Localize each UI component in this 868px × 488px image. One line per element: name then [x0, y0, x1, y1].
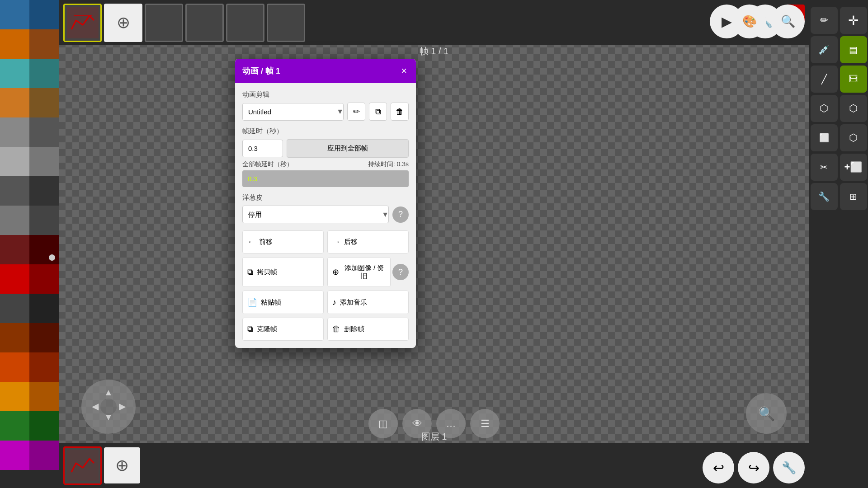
add-music-icon: ♪ [332, 298, 336, 307]
svg-text:◀: ◀ [92, 401, 99, 411]
redo-button[interactable]: ↪ [738, 452, 769, 483]
bottom-wrench-button[interactable]: 🔧 [773, 452, 805, 483]
left-palette [0, 0, 59, 488]
color-swatch[interactable] [29, 117, 59, 147]
modal-title: 动画 / 帧 1 [242, 66, 280, 76]
color-swatch[interactable] [0, 206, 29, 235]
color-swatch[interactable] [29, 382, 59, 411]
color-swatch[interactable] [29, 411, 59, 441]
palette-button[interactable]: 🎨 [732, 5, 766, 38]
clip-edit-button[interactable]: ✏ [347, 103, 365, 121]
move-tool[interactable]: ✛ [840, 7, 867, 34]
copy-frame-label: 拷贝帧 [257, 268, 277, 277]
color-swatch[interactable] [29, 59, 59, 88]
frame-thumb-empty[interactable] [226, 4, 264, 42]
grid-tool[interactable]: ⊞ [840, 183, 867, 210]
bottom-add-frame-button[interactable]: ⊕ [104, 447, 140, 483]
color-swatch[interactable] [29, 88, 59, 117]
svg-point-7 [100, 399, 117, 415]
clone-frame-button[interactable]: ⧉ 克隆帧 [242, 318, 324, 341]
frame-delay-input[interactable] [242, 140, 283, 157]
color-swatch[interactable] [29, 235, 59, 264]
image-add-tool[interactable]: +⬜ [840, 154, 867, 181]
frame-thumb-empty[interactable] [145, 4, 183, 42]
menu-button[interactable]: ☰ [470, 409, 500, 438]
clone-frame-label: 克隆帧 [257, 325, 277, 333]
layers-toggle-button[interactable]: ◫ [368, 409, 398, 438]
color-swatch[interactable] [29, 323, 59, 352]
copy-frame-button[interactable]: ⧉ 拷贝帧 [242, 257, 324, 287]
bottom-toolbar: ⊕ [59, 443, 809, 488]
top-right-extra: 🎨 🔍 [732, 5, 805, 38]
modal-close-button[interactable]: × [399, 65, 409, 77]
total-delay-input[interactable] [242, 170, 409, 187]
undo-button[interactable]: ↩ [703, 452, 734, 483]
apply-all-button[interactable]: 应用到全部帧 [287, 139, 409, 158]
color-swatch[interactable] [0, 88, 29, 117]
frame-thumb-empty[interactable] [185, 4, 224, 42]
color-swatch[interactable] [29, 176, 59, 206]
eraser-tool[interactable]: ╱ [811, 66, 838, 93]
frame-thumb-active[interactable] [63, 4, 102, 42]
clip-copy-button[interactable]: ⧉ [369, 103, 387, 121]
color-swatch[interactable] [29, 29, 59, 59]
color-swatch[interactable] [0, 176, 29, 206]
layers-tool[interactable]: ▤ [840, 36, 867, 63]
color-swatch[interactable] [29, 147, 59, 176]
next-frame-button[interactable]: → 后移 [327, 230, 409, 253]
bottom-right-tools: ↩ ↪ 🔧 [703, 452, 805, 483]
canvas-search-button[interactable]: 🔍 [746, 393, 787, 434]
color-swatch[interactable] [0, 411, 29, 441]
select-tool[interactable]: ⬜ [811, 124, 838, 151]
color-swatch[interactable] [0, 294, 29, 323]
add-music-label: 添加音乐 [340, 298, 367, 307]
color-swatch[interactable] [29, 264, 59, 294]
color-swatch[interactable] [0, 29, 29, 59]
color-swatch[interactable] [0, 264, 29, 294]
paste-frame-button[interactable]: 📄 粘贴帧 [242, 291, 324, 314]
action-grid: ← 前移 → 后移 ⧉ 拷贝帧 ⊕ 添加图像 / 资旧 [242, 230, 409, 341]
total-delay-header: 全部帧延时（秒） 持续时间: 0.3s [242, 160, 409, 169]
pencil-tool[interactable]: ✏ [811, 7, 838, 34]
color-swatch[interactable] [0, 323, 29, 352]
total-delay-label: 全部帧延时（秒） [242, 160, 293, 169]
clip-select[interactable]: Untitled [242, 103, 344, 121]
wrench-tool[interactable]: 🔧 [811, 183, 838, 210]
color-swatch[interactable] [29, 206, 59, 235]
add-image-help-button[interactable]: ? [392, 264, 409, 280]
color-swatch[interactable] [29, 294, 59, 323]
search-button[interactable]: 🔍 [771, 5, 805, 38]
prev-frame-button[interactable]: ← 前移 [242, 230, 324, 253]
add-image-button[interactable]: ⊕ 添加图像 / 资旧 [327, 257, 391, 287]
color-swatch[interactable] [0, 441, 29, 470]
color-swatch[interactable] [0, 147, 29, 176]
fill-tool[interactable]: ⬡ [811, 95, 838, 122]
add-frame-button[interactable]: ⊕ [104, 4, 142, 42]
color-swatch[interactable] [29, 0, 59, 29]
frame-indicator-text: 帧 1 / 1 [420, 46, 448, 56]
bottom-frame-thumb-active[interactable] [63, 446, 102, 485]
hex-tool[interactable]: ⬡ [840, 124, 867, 151]
color-swatch[interactable] [0, 352, 29, 382]
color-swatch[interactable] [29, 352, 59, 382]
add-frame-icon: ⊕ [117, 13, 130, 32]
delete-frame-button[interactable]: 🗑 删除帧 [327, 318, 409, 341]
delete-frame-icon: 🗑 [332, 324, 340, 334]
add-image-row: ⊕ 添加图像 / 资旧 ? [327, 257, 409, 287]
color-swatch[interactable] [0, 235, 29, 264]
color-swatch[interactable] [0, 0, 29, 29]
frame-thumb-empty[interactable] [267, 4, 305, 42]
onion-help-button[interactable]: ? [392, 206, 409, 223]
dpad[interactable]: ▲ ▼ ◀ ▶ [81, 380, 136, 434]
shape-tool[interactable]: ⬡ [840, 95, 867, 122]
onion-select[interactable]: 停用 [242, 206, 389, 223]
add-music-button[interactable]: ♪ 添加音乐 [327, 291, 409, 314]
transform-tool[interactable]: ✂ [811, 154, 838, 181]
eyedropper-tool[interactable]: 💉 [811, 36, 838, 63]
animation-tool[interactable]: 🎞 [840, 66, 867, 93]
color-swatch[interactable] [29, 441, 59, 470]
color-swatch[interactable] [0, 59, 29, 88]
color-swatch[interactable] [0, 117, 29, 147]
color-swatch[interactable] [0, 382, 29, 411]
clip-delete-button[interactable]: 🗑 [391, 103, 409, 121]
